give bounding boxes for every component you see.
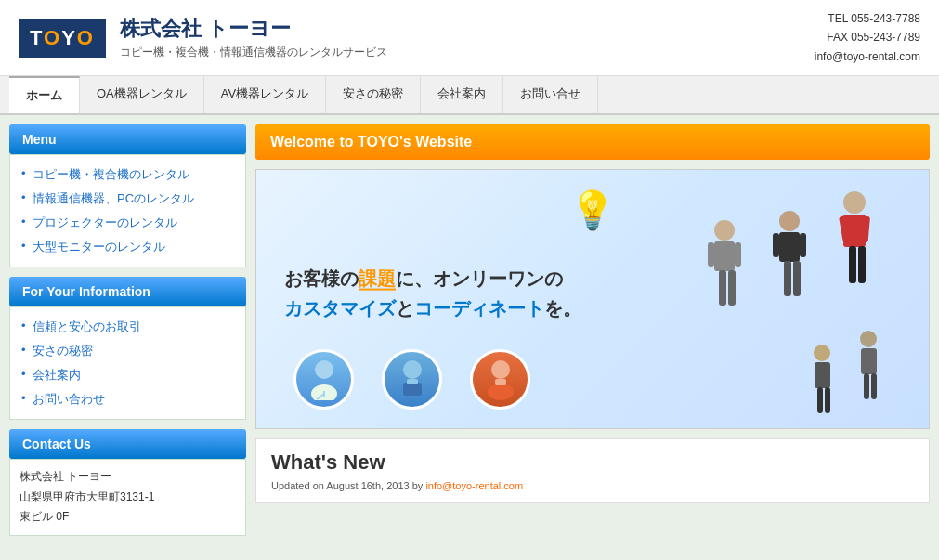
hero-highlight-yellow: 課題 <box>359 268 396 291</box>
svg-point-16 <box>779 211 800 231</box>
whats-new-updated: Updated on August 16th, 2013 by info@toy… <box>271 480 914 491</box>
svg-rect-13 <box>858 246 866 283</box>
svg-rect-23 <box>714 241 735 271</box>
svg-rect-26 <box>708 242 714 267</box>
bulb-icon: 💡 <box>569 189 616 232</box>
menu-link-info[interactable]: 情報通信機器、PCのレンタル <box>20 187 236 211</box>
svg-rect-25 <box>728 270 736 306</box>
svg-point-8 <box>488 384 514 400</box>
logo-area: TOYO 株式会社 トーヨー コピー機・複合機・情報通信機器のレンタルサービス <box>19 15 815 60</box>
content-area: Welcome to TOYO's Website 💡 お客様の課題に、オンリー… <box>255 124 930 536</box>
fax: FAX 055-243-7789 <box>815 28 920 46</box>
svg-rect-24 <box>719 270 726 306</box>
svg-rect-20 <box>773 233 779 257</box>
contact-address2: 東ビル 0F <box>20 507 236 527</box>
svg-point-7 <box>491 360 510 379</box>
svg-rect-9 <box>495 379 506 385</box>
hero-line2-end: を。 <box>544 298 581 319</box>
contact-details: 株式会社 トーヨー 山梨県甲府市大里町3131-1 東ビル 0F <box>9 459 246 536</box>
hero-figures <box>650 170 929 428</box>
fyi-link-contact[interactable]: お問い合わせ <box>20 387 236 411</box>
avatar-male2 <box>382 349 442 410</box>
whats-new-title: What's New <box>271 450 914 475</box>
logo-text: TOYO <box>30 26 95 49</box>
whats-new-updated-text: Updated on August 16th, 2013 by <box>271 480 423 491</box>
hero-image: 💡 お客様の課題に、オンリーワンの カスタマイズとコーディネートを。 <box>255 169 930 429</box>
menu-title: Menu <box>9 124 246 154</box>
nav-kaisha[interactable]: 会社案内 <box>421 76 503 113</box>
company-name: 株式会社 トーヨー <box>120 15 387 43</box>
menu-link-monitor[interactable]: 大型モニターのレンタル <box>20 235 236 259</box>
hero-line1-suffix: に、オンリーワンの <box>396 268 563 289</box>
svg-point-32 <box>814 345 830 361</box>
logo: TOYO <box>19 19 106 58</box>
hero-line2-mid: と <box>396 298 414 319</box>
nav-home[interactable]: ホーム <box>9 76 80 113</box>
menu-link-projector[interactable]: プロジェクターのレンタル <box>20 211 236 235</box>
main: Menu コピー機・複合機のレンタル 情報通信機器、PCのレンタル プロジェクタ… <box>0 115 939 545</box>
avatar-male <box>293 349 354 410</box>
svg-rect-6 <box>407 379 418 384</box>
svg-rect-18 <box>784 261 791 296</box>
whats-new-email-link[interactable]: info@toyo-rental.com <box>425 480 523 491</box>
fyi-link-trust[interactable]: 信頼と安心のお取引 <box>20 315 236 339</box>
svg-point-4 <box>403 360 422 379</box>
menu-section: Menu コピー機・複合機のレンタル 情報通信機器、PCのレンタル プロジェクタ… <box>9 124 246 267</box>
svg-rect-27 <box>735 242 741 267</box>
nav-oa[interactable]: OA機器レンタル <box>80 76 204 113</box>
hero-text: お客様の課題に、オンリーワンの カスタマイズとコーディネートを。 <box>284 264 581 323</box>
hero-line1: お客様の課題に、オンリーワンの <box>284 264 581 293</box>
sidebar: Menu コピー機・複合機のレンタル 情報通信機器、PCのレンタル プロジェクタ… <box>9 124 246 536</box>
hero-people-svg <box>650 170 929 429</box>
svg-point-22 <box>714 220 735 241</box>
avatar-female <box>470 349 530 410</box>
svg-rect-34 <box>817 387 823 413</box>
svg-point-28 <box>860 331 877 347</box>
menu-links: コピー機・複合機のレンタル 情報通信機器、PCのレンタル プロジェクターのレンタ… <box>9 154 246 267</box>
svg-rect-12 <box>849 246 856 283</box>
welcome-banner: Welcome to TOYO's Website <box>255 124 930 160</box>
nav-yasusa[interactable]: 安さの秘密 <box>326 76 421 113</box>
svg-rect-17 <box>779 232 800 262</box>
hero-line2: カスタマイズとコーディネートを。 <box>284 293 581 323</box>
contact-address1: 山梨県甲府市大里町3131-1 <box>20 488 236 508</box>
svg-rect-30 <box>864 373 869 399</box>
svg-point-0 <box>315 360 333 379</box>
hero-avatars <box>293 349 530 410</box>
svg-rect-33 <box>815 362 830 388</box>
svg-rect-5 <box>403 383 422 396</box>
hero-line1-prefix: お客様の <box>284 268 359 289</box>
email: info@toyo-rental.com <box>815 47 920 66</box>
contact-section: Contact Us 株式会社 トーヨー 山梨県甲府市大里町3131-1 東ビル… <box>9 429 246 536</box>
svg-rect-21 <box>800 233 806 257</box>
contact-info: TEL 055-243-7788 FAX 055-243-7789 info@t… <box>815 9 920 66</box>
nav-av[interactable]: AV機器レンタル <box>204 76 326 113</box>
contact-title: Contact Us <box>9 429 246 459</box>
svg-rect-35 <box>825 387 830 413</box>
menu-link-copy[interactable]: コピー機・複合機のレンタル <box>20 163 236 187</box>
fyi-section: For Your Information 信頼と安心のお取引 安さの秘密 会社案… <box>9 277 246 420</box>
fyi-link-yasusa[interactable]: 安さの秘密 <box>20 339 236 363</box>
nav: ホーム OA機器レンタル AV機器レンタル 安さの秘密 会社案内 お問い合せ <box>0 76 939 115</box>
svg-rect-31 <box>871 373 877 399</box>
nav-contact[interactable]: お問い合せ <box>503 76 598 113</box>
hero-highlight-blue1: カスタマイズ <box>284 298 396 319</box>
contact-company: 株式会社 トーヨー <box>20 467 236 488</box>
company-info: 株式会社 トーヨー コピー機・複合機・情報通信機器のレンタルサービス <box>120 15 387 60</box>
svg-rect-29 <box>861 348 877 374</box>
fyi-title: For Your Information <box>9 277 246 306</box>
tel: TEL 055-243-7788 <box>815 9 920 28</box>
header: TOYO 株式会社 トーヨー コピー機・複合機・情報通信機器のレンタルサービス … <box>0 0 939 76</box>
company-tagline: コピー機・複合機・情報通信機器のレンタルサービス <box>120 45 387 60</box>
whats-new-section: What's New Updated on August 16th, 2013 … <box>255 438 930 503</box>
fyi-links: 信頼と安心のお取引 安さの秘密 会社案内 お問い合わせ <box>9 306 246 420</box>
svg-point-10 <box>843 191 866 214</box>
svg-rect-19 <box>793 261 801 296</box>
fyi-link-kaisha[interactable]: 会社案内 <box>20 363 236 387</box>
hero-highlight-blue2: コーディネート <box>414 298 544 319</box>
